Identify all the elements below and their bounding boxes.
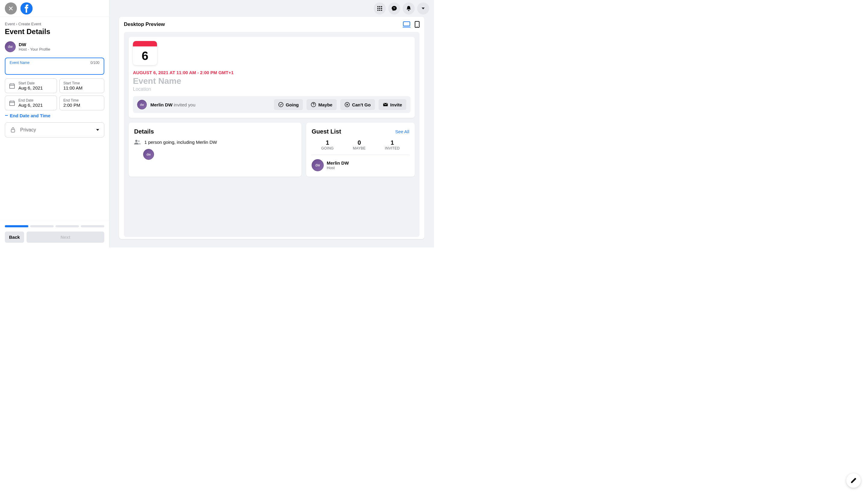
preview-title: Desktop Preview [124, 21, 165, 28]
calendar-day-number: 6 [133, 47, 157, 65]
host-row: dw DW Host - Your Profile [5, 41, 104, 52]
event-date-line: AUGUST 6, 2021 AT 11:00 AM - 2:00 PM GMT… [133, 70, 411, 75]
desktop-icon[interactable] [403, 21, 411, 28]
svg-point-14 [379, 8, 380, 9]
top-navigation [374, 2, 429, 15]
going-count-label: GOING [321, 146, 334, 150]
attendee-avatar[interactable]: dw [143, 149, 154, 160]
maybe-count-label: MAYBE [353, 146, 366, 150]
end-time-field[interactable]: End Time 2:00 PM [59, 96, 104, 110]
maybe-button[interactable]: Maybe [307, 99, 337, 110]
preview-body: 6 AUGUST 6, 2021 AT 11:00 AM - 2:00 PM G… [124, 32, 419, 237]
account-button[interactable] [417, 2, 429, 15]
event-name-placeholder: Event Name [133, 76, 411, 86]
start-time-field[interactable]: Start Time 11:00 AM [59, 79, 104, 93]
guest-name: Merlin DW [327, 160, 349, 166]
start-date-value: Aug 6, 2021 [18, 85, 43, 90]
svg-point-17 [379, 10, 380, 11]
event-location-placeholder: Location [133, 86, 411, 92]
invited-count-label: INVITED [385, 146, 400, 150]
breadcrumb: Event › Create Event [5, 22, 104, 26]
inviter-name: Merlin DW [151, 102, 172, 107]
guest-avatar[interactable]: dw [312, 159, 324, 171]
svg-point-22 [417, 26, 417, 27]
grid-icon [377, 5, 383, 12]
svg-rect-9 [11, 129, 15, 132]
messenger-button[interactable] [388, 2, 400, 15]
chevron-down-icon [422, 7, 425, 9]
breadcrumb-sep: › [16, 22, 17, 26]
guest-list-panel: Guest List See All 1 GOING 0 MAYBE [306, 123, 415, 177]
lock-icon [10, 127, 16, 133]
breadcrumb-event[interactable]: Event [5, 22, 15, 26]
question-circle-icon [311, 102, 316, 107]
end-date-time-toggle[interactable]: − End Date and Time [5, 113, 104, 118]
going-button[interactable]: Going [274, 99, 303, 110]
privacy-selector[interactable]: Privacy [5, 122, 104, 137]
see-all-link[interactable]: See All [395, 129, 409, 134]
messenger-icon [391, 5, 397, 12]
menu-button[interactable] [374, 2, 386, 15]
back-button[interactable]: Back [5, 232, 24, 243]
details-panel: Details 1 person going, including Merlin… [129, 123, 301, 177]
end-date-value: Aug 6, 2021 [18, 102, 43, 108]
svg-point-25 [313, 105, 314, 106]
host-avatar[interactable]: dw [5, 41, 16, 52]
svg-point-10 [377, 6, 379, 7]
end-time-label: End Time [63, 98, 80, 102]
cant-go-label: Can't Go [352, 102, 371, 107]
calendar-chip: 6 [133, 41, 157, 65]
svg-rect-5 [10, 101, 15, 105]
guest-row: dw Merlin DW Host [312, 159, 409, 171]
page-title: Event Details [5, 28, 104, 36]
cant-go-button[interactable]: Can't Go [340, 99, 375, 110]
close-icon [8, 5, 14, 12]
progress-step-2 [30, 225, 54, 227]
event-name-label: Event Name [10, 61, 30, 65]
invite-button[interactable]: Invite [379, 99, 406, 110]
going-label: Going [286, 102, 299, 107]
calendar-chip-header [133, 41, 157, 47]
sidebar-header [0, 0, 109, 17]
going-count: 1 GOING [321, 139, 334, 150]
close-button[interactable] [5, 2, 17, 15]
event-name-field[interactable]: Event Name 0/100 [5, 57, 104, 75]
host-name: DW [19, 42, 50, 47]
invited-count: 1 INVITED [385, 139, 400, 150]
end-toggle-label: End Date and Time [10, 113, 51, 118]
svg-rect-19 [403, 22, 410, 26]
notifications-button[interactable] [403, 2, 415, 15]
end-date-field[interactable]: End Date Aug 6, 2021 [5, 96, 57, 110]
envelope-icon [383, 102, 388, 107]
start-date-field[interactable]: Start Date Aug 6, 2021 [5, 79, 57, 93]
progress-step-3 [55, 225, 79, 227]
breadcrumb-create[interactable]: Create Event [18, 22, 41, 26]
sidebar: Event › Create Event Event Details dw DW… [0, 0, 109, 248]
svg-point-11 [379, 6, 380, 7]
details-title: Details [134, 128, 296, 135]
sidebar-footer: Back Next [0, 220, 109, 248]
svg-rect-1 [10, 84, 15, 88]
start-time-label: Start Time [63, 81, 82, 85]
facebook-icon [20, 2, 33, 15]
svg-point-18 [381, 10, 382, 11]
svg-point-16 [377, 10, 379, 11]
start-time-value: 11:00 AM [63, 85, 82, 90]
invite-suffix: invited you [172, 102, 195, 107]
start-date-label: Start Date [18, 81, 43, 85]
event-name-input[interactable] [10, 66, 100, 71]
chevron-down-icon [96, 129, 99, 131]
next-button[interactable]: Next [27, 232, 104, 243]
svg-point-29 [138, 140, 140, 142]
mobile-icon[interactable] [415, 21, 419, 28]
privacy-label: Privacy [20, 127, 92, 133]
going-detail-text: 1 person going, including Merlin DW [144, 140, 217, 145]
invite-text: Merlin DW invited you [151, 102, 270, 107]
facebook-logo[interactable] [20, 2, 33, 15]
preview-container: Desktop Preview 6 AUGUST 6, 2021 AT 11:0… [119, 17, 424, 239]
maybe-count-number: 0 [353, 139, 366, 146]
calendar-icon [9, 100, 15, 106]
host-role: Host - Your Profile [19, 47, 50, 52]
event-card: 6 AUGUST 6, 2021 AT 11:00 AM - 2:00 PM G… [129, 37, 415, 118]
end-time-value: 2:00 PM [63, 102, 80, 108]
